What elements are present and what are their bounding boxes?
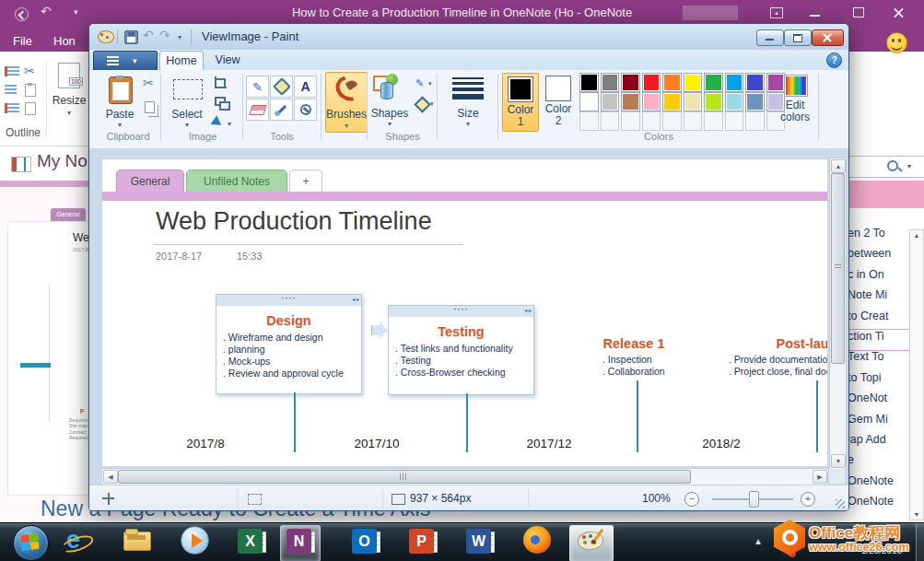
media-player-icon[interactable] [181,526,209,555]
help-icon[interactable]: ? [826,53,842,68]
color-swatch[interactable] [601,92,620,111]
shapes-dropdown-icon[interactable]: ▾ [369,120,410,128]
tray-expand-icon[interactable]: ▲ [754,536,763,546]
paste-button[interactable]: Paste ▾ [99,73,141,130]
notebook-title[interactable]: My No [37,151,88,171]
scroll-up-icon[interactable]: ▲ [831,159,846,173]
page-list-item[interactable]: OneNote [848,495,908,515]
zoom-slider-thumb[interactable] [749,491,759,508]
vertical-scroll-thumb[interactable] [831,173,845,364]
outline-list-icon[interactable] [5,85,17,95]
cut-icon[interactable]: ✂ [24,64,35,78]
canvas-vertical-scrollbar[interactable]: ▲ ▼ [829,158,847,470]
color-swatch[interactable] [662,92,682,111]
page-list-item[interactable]: to Topi [848,371,908,392]
scroll-left-icon[interactable]: ◀ [103,470,118,484]
brushes-button[interactable]: Brushes ▾ [325,72,368,133]
color-picker-tool[interactable] [270,99,293,121]
color-swatch[interactable] [621,92,640,111]
color-swatch[interactable] [725,92,744,111]
show-desktop-button[interactable] [916,523,924,561]
scroll-right-icon[interactable]: ▶ [813,470,827,484]
onenote-icon[interactable]: N [287,529,311,554]
resize-icon[interactable] [215,97,226,106]
ribbon-display-icon[interactable]: ▴ [770,7,783,18]
magnifier-tool[interactable] [294,99,317,121]
crop-icon[interactable] [215,76,227,88]
undo-icon[interactable]: ↶ [143,28,154,42]
size-button[interactable] [452,77,484,102]
search-scope-dropdown-icon[interactable]: ▾ [907,162,911,170]
outlook-icon[interactable]: O [352,529,377,554]
cut-icon[interactable]: ✂ [143,76,154,90]
paint-close-button[interactable] [812,29,844,46]
onenote-close-icon[interactable] [893,6,905,19]
color-swatch[interactable] [725,73,744,92]
qat-customize-icon[interactable]: ▾ [178,33,181,41]
page-list-scrollbar[interactable]: ▲ ▼ [909,229,924,520]
onenote-home-tab[interactable]: Hon [53,34,76,48]
page-list-item[interactable]: lap Add [848,433,908,453]
search-input[interactable]: ▾ [844,156,924,178]
color1-button[interactable]: Color 1 [502,73,539,132]
shape-outline-icon[interactable]: ✎ [415,77,424,89]
color2-button[interactable]: Color 2 [541,73,576,130]
color-swatch[interactable] [662,73,682,92]
rotate-dropdown-icon[interactable]: ▾ [228,120,231,128]
back-icon[interactable] [15,7,29,21]
save-icon[interactable] [124,30,138,44]
copy-icon[interactable] [145,101,155,113]
color-swatch[interactable] [745,73,765,92]
zoom-out-button[interactable]: − [684,492,699,507]
paint-canvas[interactable]: General Unfiled Notes + Web Production T… [102,159,827,466]
text-tool[interactable]: A [294,76,317,98]
color-swatch[interactable] [642,73,661,92]
onenote-maximize-icon[interactable] [853,7,864,18]
page-list-item[interactable]: ction Ti [848,330,908,350]
paste-icon[interactable] [25,84,36,97]
color-swatch[interactable] [579,92,599,111]
paint-app-icon[interactable] [98,30,114,43]
excel-icon[interactable]: X [238,529,263,554]
background-section-tab[interactable]: General [51,208,86,221]
color-swatch[interactable] [601,73,620,92]
paint-restore-button[interactable] [784,29,812,46]
edit-colors-button[interactable]: Edit colors [771,99,819,123]
color-swatch[interactable] [766,73,786,92]
resize-dropdown-icon[interactable]: ▾ [51,109,88,117]
resize-grip[interactable] [836,499,845,508]
onenote-minimize-icon[interactable] [810,15,820,17]
page-list-item[interactable]: OneNote [848,474,908,495]
shape-fill-icon[interactable] [414,96,430,112]
page-list-item[interactable]: Note Mi [848,288,908,309]
select-button[interactable]: Select ▾ [165,73,209,130]
color-swatch[interactable] [621,73,640,92]
start-button[interactable] [13,525,49,561]
horizontal-scroll-thumb[interactable] [118,470,691,484]
page-list-item[interactable]: c in On [848,268,908,288]
scroll-down-icon[interactable]: ▼ [910,511,923,518]
resize-button[interactable]: Resize [51,94,88,107]
word-icon[interactable]: W [466,529,491,554]
canvas-horizontal-scrollbar[interactable]: ◀ ▶ [102,468,827,485]
color-swatch[interactable] [704,92,723,111]
page-list-item[interactable]: Text To [848,350,908,370]
color-swatch[interactable] [684,92,703,111]
outline-demote-icon[interactable] [5,103,19,113]
color-swatch[interactable] [579,73,599,92]
color-swatch[interactable] [684,73,703,92]
rotate-icon[interactable] [210,115,224,130]
eraser-tool[interactable] [246,99,269,121]
paint-minimize-button[interactable] [756,29,784,46]
pencil-tool[interactable]: ✎ [246,76,269,98]
powerpoint-icon[interactable]: P [409,529,434,554]
outline-indent-icon[interactable] [5,66,19,76]
page-list-item[interactable]: OneNot [848,392,908,412]
color-swatch[interactable] [745,92,765,111]
resize-page-icon[interactable]: 100 [58,63,80,88]
color-swatch[interactable] [704,73,723,92]
zoom-in-button[interactable]: + [801,492,815,507]
size-dropdown-icon[interactable]: ▾ [439,120,497,128]
fill-tool[interactable] [270,76,293,98]
page-setup-icon[interactable] [25,102,36,115]
